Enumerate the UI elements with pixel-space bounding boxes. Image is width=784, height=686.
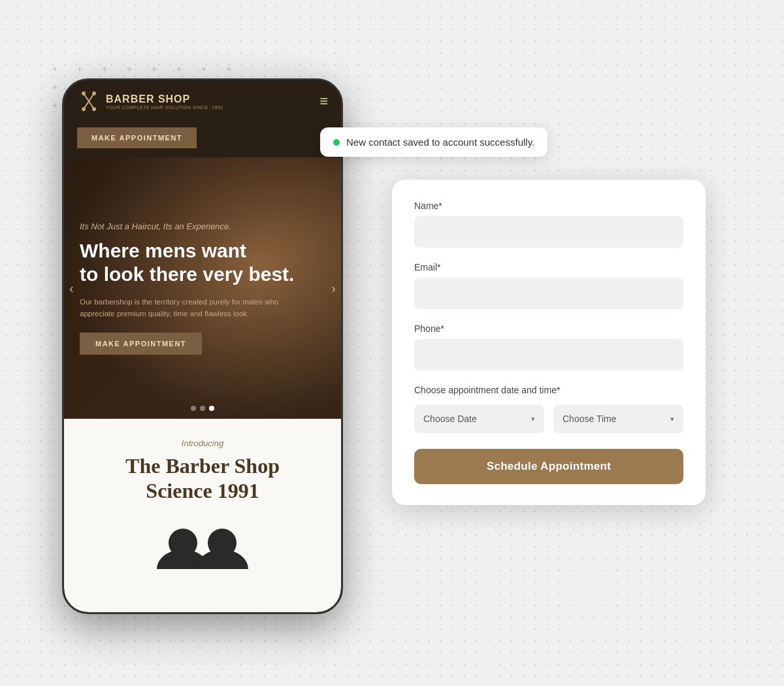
phone-navbar: BARBER SHOP YOUR COMPLETE HAIR SOLUTION …	[64, 80, 341, 122]
email-input[interactable]	[414, 278, 683, 309]
phone-mockup: BARBER SHOP YOUR COMPLETE HAIR SOLUTION …	[62, 78, 343, 614]
carousel-dot-3[interactable]	[209, 406, 214, 411]
toast-success-indicator	[333, 139, 340, 146]
hero-content: Its Not Just a Haircut, Its an Experienc…	[64, 208, 310, 368]
phone-hero-section: Its Not Just a Haircut, Its an Experienc…	[64, 157, 341, 419]
phone-input[interactable]	[414, 339, 683, 370]
toast-message: New contact saved to account successfull…	[346, 137, 534, 148]
shop-title: The Barber ShopScience 1991	[125, 453, 280, 504]
toast-notification: New contact saved to account successfull…	[320, 127, 547, 157]
plus-icon: +	[52, 64, 68, 73]
email-label: Email*	[414, 262, 683, 272]
phone-brand-sub: YOUR COMPLETE HAIR SOLUTION SINCE -1952	[106, 105, 223, 110]
svg-point-7	[208, 529, 237, 557]
choose-date-label: Choose Date	[423, 414, 477, 424]
carousel-next-arrow[interactable]: ›	[331, 281, 336, 296]
choose-time-label: Choose Time	[563, 414, 616, 424]
svg-point-6	[169, 529, 197, 557]
hero-tagline: Its Not Just a Haircut, Its an Experienc…	[80, 221, 294, 231]
plus-icon: +	[152, 64, 167, 73]
barber-silhouette	[150, 517, 255, 569]
make-appointment-hero-button[interactable]: MAKE APPOINTMENT	[80, 333, 202, 355]
plus-icon: +	[226, 64, 242, 73]
hamburger-icon[interactable]: ≡	[319, 93, 328, 110]
datetime-group: Choose appointment date and time* Choose…	[414, 385, 683, 433]
phone-logo: BARBER SHOP YOUR COMPLETE HAIR SOLUTION …	[77, 90, 223, 113]
introducing-label: Introducing	[182, 438, 223, 448]
datetime-label: Choose appointment date and time*	[414, 385, 683, 395]
phone-brand-title: BARBER SHOP	[106, 93, 223, 105]
plus-icon: +	[201, 64, 217, 73]
hero-description: Our barbershop is the territory created …	[80, 297, 294, 319]
plus-icon: +	[77, 64, 93, 73]
hero-headline: Where mens wantto look there very best.	[80, 239, 294, 286]
time-dropdown-arrow: ▾	[670, 415, 674, 423]
scissors-icon	[77, 90, 101, 113]
carousel-dots	[191, 406, 214, 411]
carousel-prev-arrow[interactable]: ‹	[69, 281, 74, 296]
carousel-dot-1[interactable]	[191, 406, 196, 411]
phone-field-group: Phone*	[414, 323, 683, 370]
choose-date-button[interactable]: Choose Date ▾	[414, 404, 544, 433]
appointment-form-card: Name* Email* Phone* Choose appointment d…	[392, 180, 706, 505]
make-appointment-top-button[interactable]: MAKE APPOINTMENT	[77, 127, 197, 148]
choose-time-button[interactable]: Choose Time ▾	[553, 404, 683, 433]
date-dropdown-arrow: ▾	[531, 415, 535, 423]
schedule-appointment-button[interactable]: Schedule Appointment	[414, 449, 683, 484]
plus-icon: +	[102, 64, 118, 73]
plus-icon: +	[176, 64, 192, 73]
name-label: Name*	[414, 201, 683, 211]
date-time-row: Choose Date ▾ Choose Time ▾	[414, 404, 683, 433]
name-field-group: Name*	[414, 201, 683, 248]
svg-point-1	[82, 107, 86, 111]
carousel-dot-2[interactable]	[200, 406, 205, 411]
phone-label: Phone*	[414, 323, 683, 334]
name-input[interactable]	[414, 216, 683, 248]
phone-bottom-section: Introducing The Barber ShopScience 1991	[64, 419, 341, 612]
svg-point-0	[82, 91, 86, 95]
svg-point-3	[92, 107, 96, 111]
svg-point-2	[92, 91, 96, 95]
email-field-group: Email*	[414, 262, 683, 309]
phone-top-btn-area: MAKE APPOINTMENT	[64, 122, 341, 157]
plus-icon: +	[127, 64, 142, 73]
